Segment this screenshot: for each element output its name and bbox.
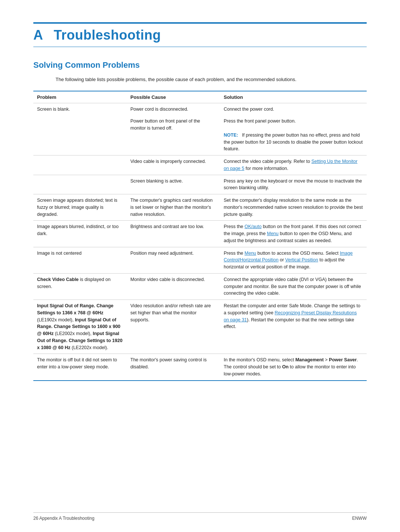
cell-cause: The monitor's power saving control is di… [127,354,220,381]
cell-solution: Connect the video cable properly. Refer … [220,155,367,175]
cell-problem [33,175,127,194]
cell-cause: Video resolution and/or refresh rate are… [127,300,220,354]
cell-problem: Image appears blurred, indistinct, or to… [33,221,127,247]
intro-text: The following table lists possible probl… [56,76,367,83]
page-container: A Troubleshooting Solving Common Problem… [0,0,400,532]
cell-solution: Restart the computer and enter Safe Mode… [220,300,367,354]
cell-problem [33,155,127,175]
link-setting-up-monitor[interactable]: Setting Up the Monitor on page 5 [224,159,357,171]
header-problem: Problem [33,91,127,103]
table-row: Screen is blank. Power cord is disconnec… [33,103,367,115]
cell-cause: Monitor video cable is disconnected. [127,273,220,300]
cell-cause: Screen blanking is active. [127,175,220,194]
chapter-letter: A [33,27,43,43]
cell-problem: Input Signal Out of Range. Change Settin… [33,300,127,354]
link-vertical-position[interactable]: Vertical Position [285,257,318,262]
table-row: Image appears blurred, indistinct, or to… [33,221,367,247]
cell-problem: Screen is blank. [33,103,127,115]
bold-power-saver: Power Saver [329,357,357,362]
page-footer: 26 Appendix A Troubleshooting ENWW [33,512,367,521]
cell-solution: Connect the power cord. [220,103,367,115]
link-menu[interactable]: Menu [267,231,279,236]
header-cause: Possible Cause [127,91,220,103]
table-row: Screen blanking is active. Press any key… [33,175,367,194]
chapter-title-text: Troubleshooting [54,27,161,43]
cell-solution: Press the Menu button to access the OSD … [220,247,367,273]
section-title: Solving Common Problems [33,60,367,70]
table-row: Power button on front panel of the monit… [33,115,367,155]
cell-cause: Brightness and contrast are too low. [127,221,220,247]
table-row: Screen image appears distorted; text is … [33,194,367,221]
cell-cause: The computer's graphics card resolution … [127,194,220,221]
table-row: The monitor is off but it did not seem t… [33,354,367,381]
cell-solution: In the monitor's OSD menu, select Manage… [220,354,367,381]
cell-problem [33,115,127,155]
cell-problem: Screen image appears distorted; text is … [33,194,127,221]
cell-cause: Power cord is disconnected. [127,103,220,115]
bold-on: On [282,364,289,369]
problems-table: Problem Possible Cause Solution Screen i… [33,91,367,381]
cell-solution: Press the OK/auto button on the front pa… [220,221,367,247]
table-header-row: Problem Possible Cause Solution [33,91,367,103]
link-menu-osd[interactable]: Menu [244,251,256,256]
footer-right: ENWW [352,516,367,521]
cell-solution: Set the computer's display resolution to… [220,194,367,221]
cell-problem: Image is not centered [33,247,127,273]
chapter-title-bar: A Troubleshooting [33,22,367,47]
bold-problem: Check Video Cable [37,277,79,282]
cell-cause: Position may need adjustment. [127,247,220,273]
cell-problem: Check Video Cable is displayed on screen… [33,273,127,300]
table-row: Video cable is improperly connected. Con… [33,155,367,175]
chapter-title: A Troubleshooting [33,27,161,43]
table-row: Image is not centered Position may need … [33,247,367,273]
cell-solution: Press the front panel power button. NOTE… [220,115,367,155]
cell-cause: Power button on front panel of the monit… [127,115,220,155]
cell-solution: Connect the appropriate video cable (DVI… [220,273,367,300]
bold-management: Management [295,357,323,362]
link-ok-auto[interactable]: OK/auto [244,224,261,229]
bold-problem-signal: Input Signal Out of Range. Change Settin… [37,303,113,315]
link-recognizing-preset[interactable]: Recognizing Preset Display Resolutions o… [224,310,357,322]
cell-problem: The monitor is off but it did not seem t… [33,354,127,381]
note-label: NOTE: [224,133,238,138]
table-row: Input Signal Out of Range. Change Settin… [33,300,367,354]
cell-solution: Press any key on the keyboard or move th… [220,175,367,194]
table-row: Check Video Cable is displayed on screen… [33,273,367,300]
header-solution: Solution [220,91,367,103]
cell-cause: Video cable is improperly connected. [127,155,220,175]
footer-left: 26 Appendix A Troubleshooting [33,516,94,521]
